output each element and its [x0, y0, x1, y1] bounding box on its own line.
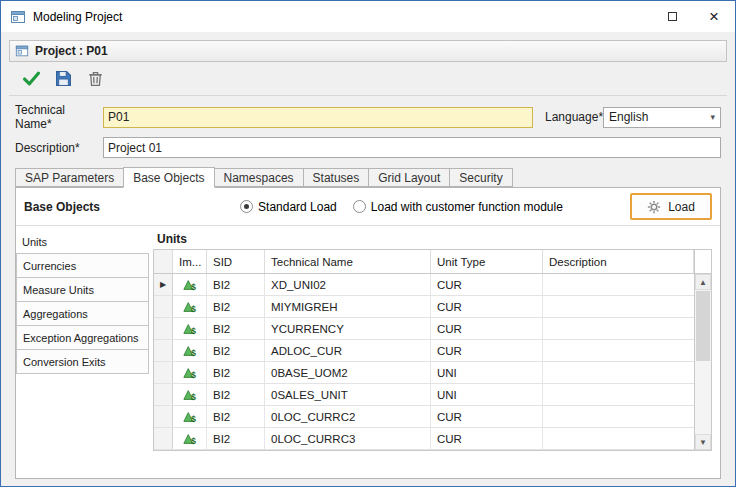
row-selector-cell[interactable]: [154, 406, 173, 427]
sid-cell[interactable]: BI2: [207, 406, 265, 427]
table-row[interactable]: $ BI2 0BASE_UOM2 UNI: [154, 362, 694, 384]
unit-type-cell[interactable]: CUR: [431, 340, 543, 361]
validate-button[interactable]: [20, 68, 42, 90]
tab-grid-layout[interactable]: Grid Layout: [368, 168, 450, 187]
unit-type-cell[interactable]: UNI: [431, 384, 543, 405]
radio-customer-function-module[interactable]: Load with customer function module: [353, 200, 563, 214]
row-selector-cell[interactable]: ▶: [154, 274, 173, 295]
import-cell[interactable]: $: [173, 318, 207, 339]
import-cell[interactable]: $: [173, 428, 207, 449]
technical-name-cell[interactable]: 0LOC_CURRC2: [265, 406, 431, 427]
load-button[interactable]: Load: [630, 193, 712, 220]
table-row[interactable]: $ BI2 YCURRENCY CUR: [154, 318, 694, 340]
sidebar-item-exception-aggregations[interactable]: Exception Aggregations: [16, 325, 149, 350]
table-row[interactable]: $ BI2 0SALES_UNIT UNI: [154, 384, 694, 406]
description-cell[interactable]: [543, 406, 694, 427]
project-group-title: Project : P01: [35, 44, 108, 58]
technical-name-cell[interactable]: ADLOC_CUR: [265, 340, 431, 361]
header-description[interactable]: Description: [543, 250, 694, 273]
technical-name-cell[interactable]: 0SALES_UNIT: [265, 384, 431, 405]
sidebar-item-conversion-exits[interactable]: Conversion Exits: [16, 349, 149, 374]
sid-cell[interactable]: BI2: [207, 384, 265, 405]
unit-type-cell[interactable]: CUR: [431, 428, 543, 449]
description-cell[interactable]: [543, 318, 694, 339]
description-cell[interactable]: [543, 384, 694, 405]
tab-security[interactable]: Security: [449, 168, 512, 187]
base-objects-title: Base Objects: [24, 200, 100, 214]
unit-type-cell[interactable]: CUR: [431, 406, 543, 427]
header-import[interactable]: Im...: [173, 250, 207, 273]
import-cell[interactable]: $: [173, 274, 207, 295]
description-cell[interactable]: [543, 340, 694, 361]
description-cell[interactable]: [543, 428, 694, 449]
maximize-button[interactable]: [651, 1, 693, 32]
language-select[interactable]: English ▾: [603, 107, 721, 128]
table-row[interactable]: $ BI2 0LOC_CURRC2 CUR: [154, 406, 694, 428]
sidebar-item-measure-units[interactable]: Measure Units: [16, 277, 149, 302]
table-row[interactable]: $ BI2 ADLOC_CUR CUR: [154, 340, 694, 362]
sid-cell[interactable]: BI2: [207, 428, 265, 449]
sid-cell[interactable]: BI2: [207, 362, 265, 383]
description-input[interactable]: [103, 137, 721, 158]
units-panel: Units Im... SID Technical Name Unit Type…: [149, 226, 720, 478]
scroll-up-icon[interactable]: ▲: [695, 274, 711, 290]
row-selector-cell[interactable]: [154, 318, 173, 339]
import-cell[interactable]: $: [173, 340, 207, 361]
row-selector-cell[interactable]: [154, 384, 173, 405]
currency-icon: $: [183, 432, 197, 446]
unit-type-cell[interactable]: UNI: [431, 362, 543, 383]
table-row[interactable]: ▶ $ BI2 XD_UNI02 CUR: [154, 274, 694, 296]
delete-button[interactable]: [84, 68, 106, 90]
close-button[interactable]: ×: [693, 1, 735, 32]
scrollbar-thumb[interactable]: [696, 291, 710, 361]
scroll-down-icon[interactable]: ▼: [695, 434, 711, 450]
row-selector-cell[interactable]: [154, 428, 173, 449]
tab-namespaces[interactable]: Namespaces: [214, 168, 304, 187]
sid-cell[interactable]: BI2: [207, 274, 265, 295]
base-objects-sidebar: Units Currencies Measure Units Aggregati…: [16, 226, 149, 478]
tab-base-objects[interactable]: Base Objects: [123, 167, 214, 188]
header-technical-name[interactable]: Technical Name: [265, 250, 431, 273]
technical-name-cell[interactable]: XD_UNI02: [265, 274, 431, 295]
vertical-scrollbar[interactable]: ▲ ▼: [694, 250, 711, 450]
sidebar-item-aggregations[interactable]: Aggregations: [16, 301, 149, 326]
row-selector-cell[interactable]: [154, 362, 173, 383]
tab-statuses[interactable]: Statuses: [303, 168, 370, 187]
currency-icon: $: [183, 322, 197, 336]
technical-name-cell[interactable]: 0LOC_CURRC3: [265, 428, 431, 449]
radio-standard-load-label: Standard Load: [258, 200, 337, 214]
sidebar-item-currencies[interactable]: Currencies: [16, 253, 149, 278]
import-cell[interactable]: $: [173, 362, 207, 383]
technical-name-cell[interactable]: YCURRENCY: [265, 318, 431, 339]
unit-type-cell[interactable]: CUR: [431, 274, 543, 295]
header-sid[interactable]: SID: [207, 250, 265, 273]
row-selector-cell[interactable]: [154, 340, 173, 361]
radio-standard-load[interactable]: Standard Load: [240, 200, 337, 214]
sidebar-item-units[interactable]: Units: [16, 229, 149, 254]
scrollbar-track[interactable]: [695, 290, 711, 434]
description-cell[interactable]: [543, 296, 694, 317]
description-cell[interactable]: [543, 362, 694, 383]
sid-cell[interactable]: BI2: [207, 340, 265, 361]
technical-name-label: Technical Name*: [15, 103, 103, 131]
description-cell[interactable]: [543, 274, 694, 295]
table-row[interactable]: $ BI2 MIYMIGREH CUR: [154, 296, 694, 318]
svg-text:$: $: [190, 370, 195, 380]
header-unit-type[interactable]: Unit Type: [431, 250, 543, 273]
scrollbar-header-spacer: [695, 250, 711, 274]
tab-sap-parameters[interactable]: SAP Parameters: [15, 168, 124, 187]
app-icon: [10, 9, 26, 25]
import-cell[interactable]: $: [173, 296, 207, 317]
unit-type-cell[interactable]: CUR: [431, 296, 543, 317]
save-button[interactable]: [52, 68, 74, 90]
row-selector-cell[interactable]: [154, 296, 173, 317]
import-cell[interactable]: $: [173, 406, 207, 427]
sid-cell[interactable]: BI2: [207, 296, 265, 317]
table-row[interactable]: $ BI2 0LOC_CURRC3 CUR: [154, 428, 694, 450]
technical-name-cell[interactable]: 0BASE_UOM2: [265, 362, 431, 383]
technical-name-input[interactable]: [103, 107, 533, 128]
unit-type-cell[interactable]: CUR: [431, 318, 543, 339]
import-cell[interactable]: $: [173, 384, 207, 405]
technical-name-cell[interactable]: MIYMIGREH: [265, 296, 431, 317]
sid-cell[interactable]: BI2: [207, 318, 265, 339]
